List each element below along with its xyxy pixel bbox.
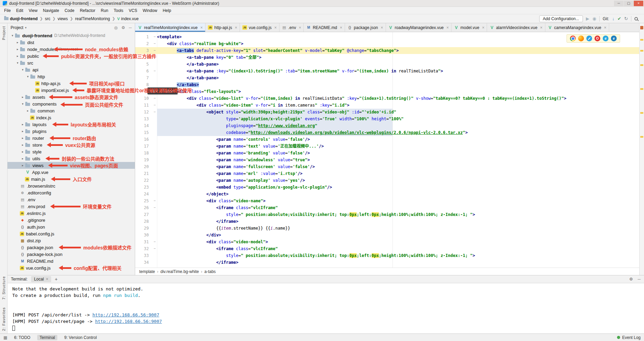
tree-item-importExcel.js[interactable]: JSimportExcel.js — [8, 87, 135, 94]
code-line-34[interactable]: 34 </iframe> — [135, 259, 639, 266]
code-line-31[interactable]: 31− <div class="video-model"> — [135, 238, 639, 245]
tree-item-babel.config.js[interactable]: JSbabel.config.js — [8, 230, 135, 237]
chevron-down-icon[interactable]: ▾ — [25, 26, 27, 29]
code-line-14[interactable]: 14 pluginspage="http://www.videolan.org" — [135, 122, 639, 129]
fold-icon[interactable]: − — [152, 68, 157, 74]
expand-arrow-icon[interactable]: ▾ — [26, 75, 30, 78]
breadcrumb-item-views[interactable]: views — [57, 16, 69, 21]
editor-tab-model.vue[interactable]: Vmodel.vue× — [452, 23, 487, 32]
tree-item-.gitignore[interactable]: ◆.gitignore — [8, 217, 135, 223]
editor-tab-.env[interactable]: ▤.env× — [280, 23, 304, 32]
tree-item-.browserslistrc[interactable]: ▤.browserslistrc — [8, 182, 135, 189]
code-line-16[interactable]: 16 <param name='controls' value='false'/… — [135, 136, 639, 143]
ie-browser-icon[interactable]: e — [603, 36, 609, 41]
tree-item-assets[interactable]: ▸assets — [8, 94, 135, 100]
tree-item-http[interactable]: ▾http — [8, 73, 135, 80]
expand-arrow-icon[interactable]: ▸ — [20, 150, 25, 153]
menu-edit[interactable]: Edit — [13, 8, 26, 14]
tree-item-auth.json[interactable]: {}auth.json — [8, 223, 135, 230]
close-icon[interactable]: × — [634, 1, 643, 6]
editor-tab-package.json[interactable]: {}package.json× — [345, 23, 386, 32]
terminal-link[interactable]: http://192.168.66.56:9007 — [95, 319, 162, 324]
tree-item-vue.config.js[interactable]: JSvue.config.js — [8, 264, 135, 271]
run-icon[interactable]: ▶ — [586, 16, 589, 21]
editor-tab-cameraManage\index.vue[interactable]: VcameraManage\index.vue× — [545, 23, 609, 32]
code-line-10[interactable]: 10− <div class="video-list" v-for="(item… — [135, 95, 639, 102]
tree-item-utils[interactable]: ▸utils — [8, 155, 135, 162]
editor-tab-realTimeMonitoring\index.vue[interactable]: VrealTimeMonitoring\index.vue× — [135, 23, 205, 32]
stripe-button-favorites[interactable]: 2: Favorites — [2, 307, 6, 331]
tree-item-README.md[interactable]: MREADME.md — [8, 258, 135, 264]
fold-icon[interactable]: − — [152, 47, 157, 54]
tree-item-main.js[interactable]: JSmain.js — [8, 176, 135, 182]
expand-arrow-icon[interactable]: ▸ — [15, 47, 20, 51]
git-update-icon[interactable]: ↓ — [612, 16, 615, 21]
tree-item-.eslintrc.js[interactable]: JS.eslintrc.js — [8, 210, 135, 217]
code-line-1[interactable]: 1−<template> — [135, 33, 639, 40]
code-line-11[interactable]: 11− <div class="video-item" v-for="i in … — [135, 102, 639, 109]
tree-item-.env[interactable]: ▤.env — [8, 196, 135, 203]
tab-close-icon[interactable]: × — [299, 25, 301, 30]
code-line-3[interactable]: 3− <a-tabs default-active-key="1" slot="… — [135, 47, 639, 54]
event-log-button[interactable]: Event Log — [622, 335, 641, 340]
tab-close-icon[interactable]: × — [381, 25, 383, 30]
statusbar-todo[interactable]: 6: TODO — [13, 335, 32, 340]
fold-icon[interactable]: − — [152, 245, 157, 252]
tree-item-router[interactable]: ▸router — [8, 135, 135, 141]
code-line-5[interactable]: 5 </a-tab-pane> — [135, 61, 639, 68]
maximize-icon[interactable]: ▢ — [624, 1, 633, 6]
fold-icon[interactable]: − — [152, 95, 157, 102]
tab-close-icon[interactable]: × — [604, 25, 606, 30]
code-line-18[interactable]: 18 <param name='branding' value='false'/… — [135, 150, 639, 156]
menu-run[interactable]: Run — [98, 8, 111, 14]
fold-icon[interactable]: − — [152, 102, 157, 109]
minimize-panel-icon[interactable]: ─ — [638, 277, 641, 282]
close-icon[interactable]: × — [46, 277, 48, 282]
git-commit-icon[interactable]: ✔ — [617, 16, 621, 21]
menu-tools[interactable]: Tools — [111, 8, 126, 14]
menu-refactor[interactable]: Refactor — [77, 8, 98, 14]
menu-view[interactable]: View — [26, 8, 40, 14]
breadcrumb-item-index.vue[interactable]: Vindex.vue — [116, 16, 139, 21]
tree-item-.editorconfig[interactable]: ⚙.editorconfig — [8, 189, 135, 196]
error-stripe[interactable] — [639, 23, 644, 275]
editor-tab-alarmVideos\index.vue[interactable]: ValarmVideos\index.vue× — [487, 23, 545, 32]
expand-arrow-icon[interactable]: ▸ — [20, 164, 25, 167]
terminal-output[interactable]: Note that the development build is not o… — [8, 283, 644, 333]
code-line-23[interactable]: 23 <embed type="application/x-google-vlc… — [135, 184, 639, 191]
search-everywhere-icon[interactable] — [634, 17, 638, 21]
menu-code[interactable]: Code — [62, 8, 77, 14]
editor-tab-http-api.js[interactable]: JShttp-api.js× — [205, 23, 240, 32]
tool-windows-icon[interactable]: ▦ — [3, 335, 7, 340]
editor-tab-README.md[interactable]: MREADME.md× — [304, 23, 345, 32]
expand-arrow-icon[interactable]: ▾ — [20, 102, 25, 106]
tree-item-views[interactable]: ▸views — [8, 162, 135, 169]
tab-close-icon[interactable]: × — [482, 25, 484, 30]
code-line-17[interactable]: 17 <param name='text' value='正在加载视频中...'… — [135, 143, 639, 150]
code-line-30[interactable]: 30 </div> — [135, 232, 639, 238]
breadcrumb-item-duoji-frontend[interactable]: duoji-frontend — [3, 16, 38, 21]
editor-breadcrumb-a-tabs[interactable]: a-tabs — [204, 269, 216, 274]
terminal-tab-local[interactable]: Local × — [31, 276, 52, 282]
project-panel-title[interactable]: Project — [11, 25, 23, 30]
firefox-browser-icon[interactable] — [578, 36, 584, 41]
tab-close-icon[interactable]: × — [235, 25, 237, 30]
tree-item-http-api.js[interactable]: JShttp-api.js — [8, 80, 135, 87]
code-line-8[interactable]: 8 </a-tabs> — [135, 81, 639, 88]
fold-icon[interactable]: − — [152, 204, 157, 211]
expand-arrow-icon[interactable]: ▸ — [15, 41, 20, 44]
expand-arrow-icon[interactable]: ▸ — [15, 54, 20, 58]
tree-item-App.vue[interactable]: VApp.vue — [8, 169, 135, 176]
debug-icon[interactable]: ◉ — [592, 16, 596, 21]
code-line-15[interactable]: 15 codebase="http://downloads.videolan.o… — [135, 129, 639, 136]
editor-tab-vue.config.js[interactable]: JSvue.config.js× — [240, 23, 280, 32]
expand-arrow-icon[interactable]: ▸ — [20, 143, 25, 147]
expand-arrow-icon[interactable]: ▸ — [20, 95, 25, 99]
tree-item-node_modules[interactable]: ▸node_modules library root — [8, 46, 135, 53]
statusbar-terminal[interactable]: Terminal — [37, 335, 57, 340]
fold-icon[interactable]: − — [152, 109, 157, 115]
tree-item-layouts[interactable]: ▸layouts — [8, 121, 135, 128]
menu-navigate[interactable]: Navigate — [40, 8, 62, 14]
tree-item-api[interactable]: ▾api — [8, 66, 135, 73]
expand-arrow-icon[interactable]: ▸ — [20, 157, 25, 160]
